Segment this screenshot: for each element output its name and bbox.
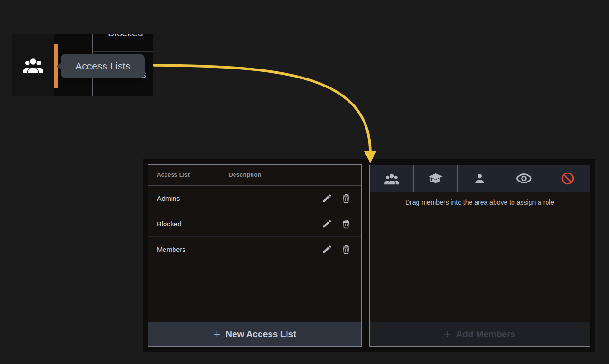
- role-tile-people-group[interactable]: [370, 165, 414, 192]
- table-header: Access List Description: [148, 165, 361, 186]
- edit-access-list-button[interactable]: [321, 218, 332, 230]
- new-access-list-button[interactable]: + New Access List: [148, 322, 361, 346]
- role-tile-row: [370, 165, 590, 192]
- table-row[interactable]: Blocked: [148, 211, 361, 237]
- role-tile-person[interactable]: [458, 165, 502, 192]
- sidebar: [12, 34, 54, 96]
- delete-access-list-button[interactable]: [340, 244, 352, 255]
- people-group-icon[interactable]: [22, 56, 44, 74]
- access-list-name: Blocked: [157, 220, 229, 228]
- cropped-row-blocked: Blocked: [108, 34, 143, 39]
- delete-access-list-button[interactable]: [340, 218, 352, 230]
- table-row[interactable]: Admins: [148, 186, 361, 211]
- eye-icon: [516, 173, 532, 184]
- trash-icon: [342, 245, 350, 254]
- pencil-icon: [323, 220, 331, 227]
- tooltip-arrow: [57, 62, 61, 70]
- access-list-name: Members: [157, 246, 229, 253]
- column-header-description: Description: [229, 172, 261, 178]
- pencil-icon: [323, 245, 331, 253]
- access-lists-dialog: Access List Description Admins Blocked: [143, 159, 595, 352]
- role-assignment-panel: Drag members into the area above to assi…: [369, 165, 590, 347]
- tooltip-access-lists: Access Lists: [61, 54, 145, 78]
- row-divider: [93, 51, 153, 52]
- pencil-icon: [323, 194, 331, 202]
- column-header-access-list: Access List: [157, 172, 190, 178]
- drop-hint-text: Drag members into the area above to assi…: [370, 199, 590, 206]
- add-members-button[interactable]: + Add Members: [370, 322, 590, 346]
- edit-access-list-button[interactable]: [321, 193, 332, 204]
- no-symbol-icon: [561, 172, 574, 185]
- role-tile-graduation-cap[interactable]: [414, 165, 458, 192]
- delete-access-list-button[interactable]: [340, 193, 352, 204]
- access-list-name: Admins: [157, 195, 229, 202]
- person-icon: [473, 173, 486, 184]
- role-tile-blocked[interactable]: [546, 165, 590, 192]
- trash-icon: [342, 194, 350, 203]
- plus-icon: +: [214, 328, 221, 340]
- new-access-list-label: New Access List: [226, 329, 296, 339]
- sidebar-preview-panel: Blocked Members Access Lists: [12, 34, 153, 96]
- tooltip-label: Access Lists: [75, 61, 130, 72]
- role-tile-eye[interactable]: [502, 165, 546, 192]
- add-members-label: Add Members: [456, 329, 515, 339]
- plus-icon: +: [444, 328, 451, 340]
- table-row[interactable]: Members: [148, 237, 361, 262]
- people-group-icon: [384, 173, 400, 185]
- graduation-cap-icon: [428, 172, 443, 185]
- trash-icon: [342, 219, 350, 229]
- edit-access-list-button[interactable]: [321, 244, 332, 255]
- access-list-table: Access List Description Admins Blocked: [148, 164, 362, 347]
